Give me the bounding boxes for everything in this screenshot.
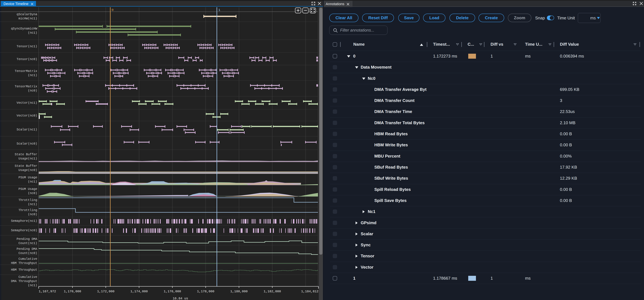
- svg-text:Pending DMA: Pending DMA: [16, 237, 37, 241]
- svg-text:TensorMatrix: TensorMatrix: [15, 85, 37, 88]
- svg-text:(nc1): (nc1): [28, 74, 37, 77]
- svg-text:PSUM Usage: PSUM Usage: [18, 187, 37, 191]
- svg-text:Cumulative: Cumulative: [18, 257, 37, 261]
- svg-text:Semaphore(nc0): Semaphore(nc0): [11, 229, 37, 232]
- svg-text:1,180,000: 1,180,000: [230, 290, 248, 293]
- svg-text:Tensor(nc1): Tensor(nc1): [16, 45, 37, 48]
- svg-text:1,172,000: 1,172,000: [97, 290, 114, 293]
- svg-text:qSyncDynamicHW: qSyncDynamicHW: [11, 27, 37, 30]
- svg-text:1,176,000: 1,176,000: [164, 290, 181, 293]
- svg-text:1,174,000: 1,174,000: [130, 290, 148, 293]
- svg-text:Throttling: Throttling: [18, 208, 37, 212]
- svg-text:1,167,972: 1,167,972: [39, 290, 56, 293]
- svg-text:(nc1): (nc1): [28, 284, 37, 287]
- svg-text:Vector(nc1): Vector(nc1): [16, 101, 37, 105]
- svg-text:Tensor(nc0): Tensor(nc0): [16, 58, 37, 61]
- svg-text:(nc0): (nc0): [28, 191, 37, 195]
- svg-text:micHW(nc1): micHW(nc1): [18, 17, 37, 20]
- svg-text:(nc0): (nc0): [28, 213, 37, 216]
- svg-text:Pending DMA: Pending DMA: [16, 247, 37, 251]
- svg-text:Cumulative: Cumulative: [18, 275, 37, 279]
- svg-text:qScalarDyna: qScalarDyna: [16, 13, 37, 16]
- svg-text:Usage(nc0): Usage(nc0): [18, 168, 37, 172]
- svg-text:Usage(nc1): Usage(nc1): [18, 157, 37, 160]
- svg-text:Semaphore(nc1): Semaphore(nc1): [11, 219, 37, 223]
- svg-text:1: 1: [218, 8, 220, 12]
- svg-text:16.84 us: 16.84 us: [173, 297, 188, 300]
- svg-text:Count(nc1): Count(nc1): [18, 242, 37, 245]
- svg-text:Vector(nc0): Vector(nc0): [16, 114, 37, 118]
- svg-text:(nc0): (nc0): [28, 89, 37, 92]
- svg-text:Count(nc0): Count(nc0): [18, 251, 37, 255]
- svg-text:(nc1): (nc1): [28, 180, 37, 183]
- svg-text:HBM Throughput: HBM Throughput: [11, 268, 37, 272]
- svg-text:(nc1): (nc1): [28, 203, 37, 206]
- svg-text:(nc1): (nc1): [28, 31, 37, 35]
- svg-text:State Buffer: State Buffer: [15, 164, 37, 168]
- svg-text:HBM Throughput: HBM Throughput: [11, 261, 37, 265]
- svg-text:Scalar(nc0): Scalar(nc0): [16, 142, 37, 146]
- svg-text:PSUM Usage: PSUM Usage: [18, 176, 37, 179]
- svg-text:Throttling: Throttling: [18, 198, 37, 202]
- svg-text:Scalar(nc1): Scalar(nc1): [16, 128, 37, 132]
- svg-text:1,170,000: 1,170,000: [64, 290, 81, 293]
- svg-text:1,182,000: 1,182,000: [264, 290, 281, 293]
- svg-text:1,184,812: 1,184,812: [301, 290, 318, 293]
- svg-text:0: 0: [112, 8, 114, 12]
- svg-text:State Buffer: State Buffer: [15, 153, 37, 156]
- svg-text:1,178,000: 1,178,000: [197, 290, 214, 293]
- svg-text:DMA Throughput: DMA Throughput: [11, 280, 37, 283]
- svg-text:TensorMatrix: TensorMatrix: [15, 69, 37, 73]
